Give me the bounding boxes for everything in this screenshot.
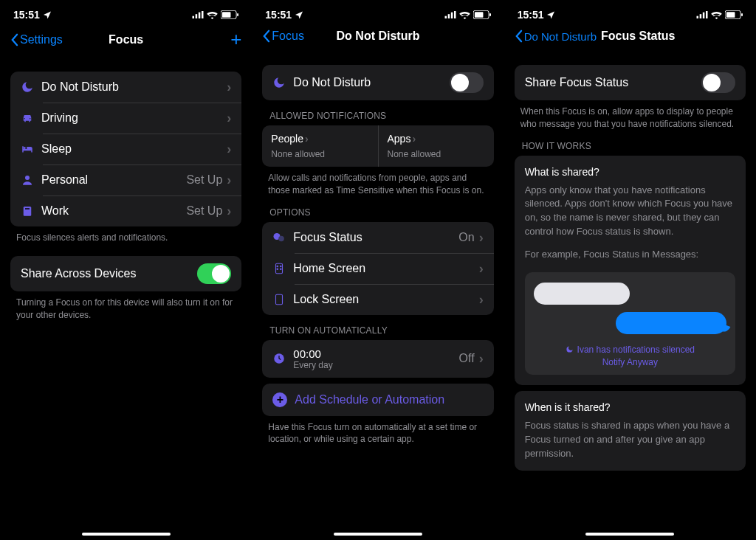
share-focus-status-row[interactable]: Share Focus Status <box>515 65 746 100</box>
auto-time: 00:00 <box>293 347 458 360</box>
row-label: Driving <box>41 111 227 125</box>
auto-header: TURN ON AUTOMATICALLY <box>262 315 493 340</box>
how-header: HOW IT WORKS <box>515 131 746 156</box>
row-label: Share Across Devices <box>21 267 197 280</box>
home-screen-row[interactable]: Home Screen › <box>262 253 493 284</box>
status-icons <box>444 10 491 19</box>
focus-settings-panel: 15:51 Settings Focus + Do Not Disturb › … <box>1 1 250 539</box>
moon-icon <box>566 345 574 353</box>
status-icons <box>696 10 743 19</box>
svg-rect-15 <box>475 12 484 18</box>
focus-status-panel: 15:51 Do Not Disturb Focus Status Share … <box>506 1 755 539</box>
share-footer: Turning a Focus on for this device will … <box>10 291 241 322</box>
share-across-devices[interactable]: Share Across Devices <box>10 256 241 291</box>
location-icon <box>43 10 52 19</box>
add-schedule-button[interactable]: + Add Schedule or Automation <box>262 384 493 416</box>
status-icons <box>192 10 238 19</box>
bubble-icon <box>272 231 286 244</box>
focus-item-driving[interactable]: Driving › <box>10 103 241 134</box>
messages-preview: Ivan has notifications silenced Notify A… <box>525 272 735 375</box>
svg-rect-13 <box>454 11 456 18</box>
back-label: Settings <box>20 33 63 46</box>
row-value: Off <box>459 352 475 365</box>
share-toggle[interactable] <box>701 72 735 93</box>
add-schedule-label: Add Schedule or Automation <box>295 393 444 406</box>
location-icon <box>295 10 303 19</box>
what-text: Apps only know that you have notificatio… <box>525 184 735 239</box>
row-label: Do Not Disturb <box>293 76 449 89</box>
svg-rect-3 <box>202 11 204 18</box>
add-button[interactable]: + <box>230 28 241 51</box>
back-button[interactable]: Settings <box>10 33 63 46</box>
home-indicator[interactable] <box>585 533 674 536</box>
outgoing-bubble <box>616 312 726 334</box>
schedule-label: 00:00 Every day <box>293 347 458 370</box>
incoming-bubble <box>534 283 630 305</box>
focus-item-work[interactable]: Work Set Up › <box>10 195 241 226</box>
back-label: Do Not Disturb <box>524 30 597 43</box>
focus-item-sleep[interactable]: Sleep › <box>10 134 241 165</box>
svg-point-23 <box>281 269 282 270</box>
back-button[interactable]: Do Not Disturb <box>515 30 597 43</box>
row-label: Lock Screen <box>293 293 478 306</box>
focus-item-personal[interactable]: Personal Set Up › <box>10 165 241 195</box>
svg-rect-0 <box>193 16 195 18</box>
chevron-right-icon: › <box>227 80 231 94</box>
people-col[interactable]: People› None allowed <box>262 125 377 167</box>
row-value: On <box>458 231 474 244</box>
row-value: Set Up <box>186 173 222 187</box>
bed-icon <box>21 142 34 156</box>
back-label: Focus <box>272 30 304 43</box>
lock-screen-row[interactable]: Lock Screen › <box>262 284 493 315</box>
row-label: Home Screen <box>293 262 478 275</box>
home-indicator[interactable] <box>82 533 171 536</box>
row-label: Do Not Disturb <box>41 80 227 94</box>
svg-rect-32 <box>741 13 743 16</box>
chevron-right-icon: › <box>479 352 484 365</box>
chevron-left-icon <box>262 30 270 43</box>
phone-grid-icon <box>272 262 286 275</box>
chevron-right-icon: › <box>479 231 484 244</box>
chevron-right-icon: › <box>479 262 484 275</box>
badge-icon <box>21 204 34 218</box>
focus-footer: Focus silences alerts and notifications. <box>10 226 241 244</box>
nav-bar: Settings Focus + <box>1 24 250 60</box>
svg-rect-11 <box>447 14 450 18</box>
when-text: Focus status is shared in apps when you … <box>525 419 735 461</box>
row-label: Focus Status <box>293 231 458 244</box>
people-label: People <box>271 133 303 145</box>
focus-status-row[interactable]: Focus Status On › <box>262 222 493 253</box>
notify-anyway[interactable]: Notify Anyway <box>534 357 726 367</box>
status-time: 15:51 <box>13 9 40 21</box>
focus-modes-group: Do Not Disturb › Driving › Sleep › Perso… <box>10 72 241 226</box>
chevron-right-icon: › <box>227 204 231 218</box>
status-bar: 15:51 <box>1 1 250 24</box>
dnd-toggle-row[interactable]: Do Not Disturb <box>262 65 493 100</box>
home-indicator[interactable] <box>334 533 422 536</box>
apps-col[interactable]: Apps› None allowed <box>378 125 494 167</box>
share-footer: When this Focus is on, allow apps to dis… <box>515 100 746 131</box>
svg-rect-31 <box>726 12 735 18</box>
svg-point-18 <box>279 235 285 241</box>
chevron-right-icon: › <box>479 293 484 306</box>
svg-rect-2 <box>199 13 201 18</box>
svg-rect-27 <box>700 14 702 18</box>
focus-item-dnd[interactable]: Do Not Disturb › <box>10 72 241 103</box>
svg-rect-10 <box>444 16 447 18</box>
options-header: OPTIONS <box>262 197 493 222</box>
dnd-toggle[interactable] <box>450 72 484 93</box>
svg-rect-24 <box>276 294 283 305</box>
back-button[interactable]: Focus <box>262 30 304 43</box>
apps-sub: None allowed <box>388 149 485 159</box>
moon-icon <box>272 76 286 89</box>
options-group: Focus Status On › Home Screen › Lock Scr… <box>262 222 493 315</box>
auto-footer: Have this Focus turn on automatically at… <box>262 416 493 446</box>
svg-rect-1 <box>196 14 198 18</box>
schedule-row[interactable]: 00:00 Every day Off › <box>262 340 493 378</box>
phone-icon <box>272 293 286 306</box>
share-toggle[interactable] <box>197 263 231 284</box>
chevron-right-icon: › <box>305 134 309 144</box>
status-bar: 15:51 <box>253 1 502 24</box>
chevron-right-icon: › <box>227 111 231 125</box>
location-icon <box>546 10 555 19</box>
